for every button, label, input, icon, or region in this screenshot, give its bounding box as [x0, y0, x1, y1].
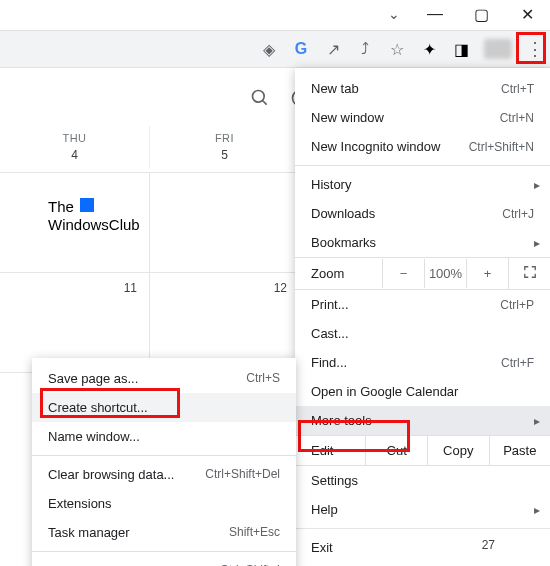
menu-cast[interactable]: Cast...: [295, 319, 550, 348]
fullscreen-icon[interactable]: [508, 258, 550, 289]
menu-separator: [295, 165, 550, 166]
edit-cut[interactable]: Cut: [365, 436, 427, 465]
calendar-cell[interactable]: [150, 173, 300, 272]
submenu-separator: [32, 551, 296, 552]
dow-label: THU: [0, 132, 149, 144]
side-panel-icon[interactable]: ◨: [452, 40, 470, 58]
tab-chevron-icon[interactable]: ⌄: [376, 6, 412, 22]
zoom-in-button[interactable]: +: [466, 259, 508, 288]
dow-label: FRI: [150, 132, 299, 144]
watermark-logo: The WindowsClub: [48, 198, 140, 234]
maximize-button[interactable]: ▢: [458, 5, 504, 24]
menu-downloads[interactable]: DownloadsCtrl+J: [295, 199, 550, 228]
calendar-day-headers: THU 4 FRI 5: [0, 126, 300, 168]
svg-line-1: [263, 101, 267, 105]
browser-toolbar: ◈ G ↗ ⤴ ☆ ✦ ◨ ⋮: [0, 30, 550, 68]
menu-zoom-row: Zoom − 100% +: [295, 257, 550, 290]
submenu-task-manager[interactable]: Task managerShift+Esc: [32, 518, 296, 547]
submenu-extensions[interactable]: Extensions: [32, 489, 296, 518]
logo-square-icon: [80, 198, 94, 212]
menu-history[interactable]: History: [295, 170, 550, 199]
profile-avatar[interactable]: [484, 39, 512, 59]
zoom-value: 100%: [424, 259, 466, 288]
eye-icon[interactable]: ◈: [260, 40, 278, 58]
menu-more-tools[interactable]: More tools: [295, 406, 550, 435]
calendar-day-27[interactable]: 27: [482, 538, 495, 552]
menu-bookmarks[interactable]: Bookmarks: [295, 228, 550, 257]
submenu-create-shortcut[interactable]: Create shortcut...: [32, 393, 296, 422]
submenu-separator: [32, 455, 296, 456]
menu-settings[interactable]: Settings: [295, 466, 550, 495]
menu-new-tab[interactable]: New tabCtrl+T: [295, 74, 550, 103]
menu-find[interactable]: Find...Ctrl+F: [295, 348, 550, 377]
more-tools-submenu: Save page as...Ctrl+S Create shortcut...…: [32, 358, 296, 566]
kebab-menu-icon[interactable]: ⋮: [526, 40, 544, 58]
svg-point-0: [253, 91, 265, 103]
day-number[interactable]: 5: [150, 148, 299, 162]
chrome-main-menu: New tabCtrl+T New windowCtrl+N New Incog…: [295, 68, 550, 566]
edit-paste[interactable]: Paste: [489, 436, 551, 465]
extensions-puzzle-icon[interactable]: ✦: [420, 40, 438, 58]
day-header-thu: THU 4: [0, 126, 150, 168]
minimize-button[interactable]: —: [412, 5, 458, 23]
close-button[interactable]: ✕: [504, 5, 550, 24]
google-icon[interactable]: G: [292, 40, 310, 58]
menu-new-incognito[interactable]: New Incognito windowCtrl+Shift+N: [295, 132, 550, 161]
day-number[interactable]: 4: [0, 148, 149, 162]
menu-print[interactable]: Print...Ctrl+P: [295, 290, 550, 319]
grid-line: [300, 528, 550, 529]
day-header-fri: FRI 5: [150, 126, 300, 168]
zoom-out-button[interactable]: −: [382, 259, 424, 288]
open-external-icon[interactable]: ↗: [324, 40, 342, 58]
edit-label: Edit: [295, 436, 365, 465]
menu-edit-row: Edit Cut Copy Paste: [295, 435, 550, 466]
menu-open-in-calendar[interactable]: Open in Google Calendar: [295, 377, 550, 406]
search-icon[interactable]: [250, 88, 270, 113]
logo-line1: The: [48, 198, 74, 215]
logo-line2: WindowsClub: [48, 216, 140, 233]
submenu-dev-tools[interactable]: Developer toolsCtrl+Shift+I: [32, 556, 296, 566]
bookmark-star-icon[interactable]: ☆: [388, 40, 406, 58]
menu-help[interactable]: Help: [295, 495, 550, 524]
edit-copy[interactable]: Copy: [427, 436, 489, 465]
zoom-label: Zoom: [295, 259, 382, 288]
share-icon[interactable]: ⤴: [356, 40, 374, 58]
submenu-clear-data[interactable]: Clear browsing data...Ctrl+Shift+Del: [32, 460, 296, 489]
submenu-name-window[interactable]: Name window...: [32, 422, 296, 451]
menu-new-window[interactable]: New windowCtrl+N: [295, 103, 550, 132]
menu-exit[interactable]: Exit: [295, 533, 550, 562]
submenu-save-page[interactable]: Save page as...Ctrl+S: [32, 364, 296, 393]
window-controls: ⌄ — ▢ ✕: [376, 0, 550, 28]
